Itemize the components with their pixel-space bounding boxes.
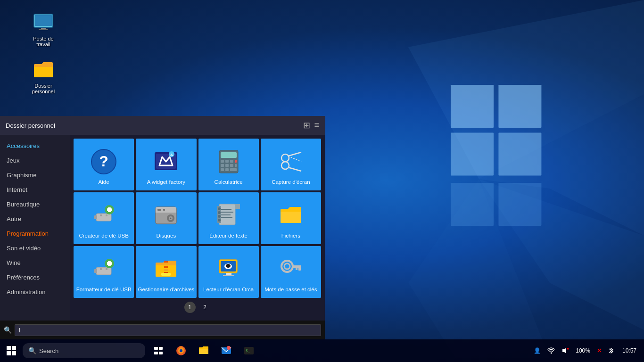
svg-rect-96 xyxy=(154,352,158,354)
start-button[interactable] xyxy=(0,339,23,362)
svg-point-63 xyxy=(218,211,221,214)
svg-rect-95 xyxy=(159,347,163,350)
svg-rect-75 xyxy=(164,266,168,268)
app-capture-ecran[interactable]: Capture d'écran xyxy=(261,139,321,190)
svg-marker-2 xyxy=(479,179,644,330)
app-calculatrice[interactable]: Calculatrice xyxy=(198,139,259,190)
page-1-button[interactable]: 1 xyxy=(184,302,196,313)
svg-rect-67 xyxy=(94,269,97,273)
tray-volume-icon[interactable] xyxy=(560,346,571,355)
grid-icon[interactable]: ⊞ xyxy=(303,120,310,131)
taskbar-search-box[interactable]: 🔍 Search xyxy=(23,343,145,358)
svg-line-38 xyxy=(288,156,301,162)
app-editeur-texte[interactable]: Éditeur de texte xyxy=(198,192,259,244)
svg-point-34 xyxy=(281,154,289,162)
menu-username: Dossier personnel xyxy=(6,122,55,129)
svg-line-37 xyxy=(288,167,301,171)
menu-body: Accessoires Jeux Graphisme Internet Bure… xyxy=(0,135,325,321)
svg-rect-49 xyxy=(157,209,161,211)
category-bureautique[interactable]: Bureautique xyxy=(0,197,70,212)
svg-rect-58 xyxy=(221,212,233,213)
svg-rect-22 xyxy=(221,152,237,158)
app-formatteur-cle[interactable]: Formatteur de clé USB xyxy=(74,246,134,298)
svg-rect-92 xyxy=(7,351,11,355)
category-preferences[interactable]: Préférences xyxy=(0,270,70,285)
app-fichiers[interactable]: Fichiers xyxy=(261,192,321,244)
svg-marker-1 xyxy=(479,94,644,236)
terminal-button[interactable]: $_ xyxy=(238,339,260,362)
svg-text:$_: $_ xyxy=(246,349,250,353)
tray-wifi-icon[interactable] xyxy=(545,346,557,355)
desktop-icon-dossier-personnel[interactable]: Dossier personnel xyxy=(25,57,62,96)
svg-point-82 xyxy=(226,264,231,268)
usb-format-icon xyxy=(90,255,118,283)
email-button[interactable] xyxy=(215,339,238,362)
svg-rect-84 xyxy=(223,275,234,276)
svg-rect-50 xyxy=(163,209,165,211)
svg-marker-3 xyxy=(408,179,550,358)
apps-grid: ? Aide xyxy=(74,139,321,298)
tray-battery-label: 100% xyxy=(574,346,592,355)
svg-rect-97 xyxy=(159,352,163,354)
task-view-button[interactable] xyxy=(147,339,170,362)
widget-label: A widget factory xyxy=(147,179,185,186)
tray-bluetooth-icon[interactable] xyxy=(606,346,616,355)
svg-rect-93 xyxy=(12,351,16,355)
firefox-button[interactable] xyxy=(170,339,192,362)
svg-rect-7 xyxy=(498,132,541,175)
svg-point-86 xyxy=(284,263,290,269)
category-graphisme[interactable]: Graphisme xyxy=(0,168,70,182)
aide-label: Aide xyxy=(99,179,109,186)
svg-rect-8 xyxy=(451,183,494,226)
svg-rect-39 xyxy=(96,214,111,221)
svg-point-64 xyxy=(218,215,221,218)
svg-rect-87 xyxy=(292,265,301,268)
monitor-icon xyxy=(32,11,55,34)
svg-rect-88 xyxy=(298,268,301,271)
file-manager-button[interactable] xyxy=(192,339,215,362)
start-menu: Dossier personnel ⊞ ≡ Accessoires Jeux G… xyxy=(0,116,325,339)
poste-travail-label: Poste de travail xyxy=(26,36,60,47)
app-disques[interactable]: Disques xyxy=(136,192,196,244)
svg-rect-4 xyxy=(451,85,494,128)
archive-label: Gestionnaire d'archives xyxy=(138,286,194,293)
desktop-icon-poste-travail[interactable]: Poste de travail xyxy=(25,9,62,49)
svg-marker-0 xyxy=(408,0,644,179)
tray-clock[interactable]: 10:57 xyxy=(619,347,640,354)
svg-rect-66 xyxy=(96,267,111,275)
svg-rect-69 xyxy=(106,268,107,270)
category-programmation[interactable]: Programmation xyxy=(0,226,70,241)
disk-icon xyxy=(152,201,180,230)
svg-point-102 xyxy=(227,346,231,350)
app-createur-cle[interactable]: Créateur de clé USB xyxy=(74,192,134,244)
tray-x-icon[interactable]: ✕ xyxy=(595,346,603,355)
svg-rect-31 xyxy=(221,168,224,171)
tray-user-icon[interactable]: 👤 xyxy=(532,346,543,355)
category-wine[interactable]: Wine xyxy=(0,255,70,270)
svg-rect-76 xyxy=(164,269,168,271)
category-son-video[interactable]: Son et vidéo xyxy=(0,241,70,255)
app-mots-de-passe[interactable]: Mots de passe et clés xyxy=(261,246,321,298)
keys-label: Mots de passe et clés xyxy=(264,286,317,293)
category-administration[interactable]: Administration xyxy=(0,285,70,299)
widget-icon: A xyxy=(152,148,180,176)
app-widget-factory[interactable]: A A widget factory xyxy=(136,139,196,190)
category-jeux[interactable]: Jeux xyxy=(0,153,70,168)
svg-rect-29 xyxy=(230,164,233,167)
menu-search-input[interactable] xyxy=(15,324,321,336)
usb-create-label: Créateur de clé USB xyxy=(79,232,128,239)
list-icon[interactable]: ≡ xyxy=(314,120,319,131)
category-autre[interactable]: Autre xyxy=(0,212,70,226)
category-internet[interactable]: Internet xyxy=(0,182,70,197)
menu-sidebar: Accessoires Jeux Graphisme Internet Bure… xyxy=(0,135,70,321)
app-gestionnaire-archives[interactable]: Gestionnaire d'archives xyxy=(136,246,196,298)
app-lecteur-orca[interactable]: Lecteur d'écran Orca xyxy=(198,246,259,298)
page-2-button[interactable]: 2 xyxy=(199,302,211,313)
disk-label: Disques xyxy=(157,232,176,239)
archive-icon xyxy=(152,255,180,283)
system-tray: 👤 100% ✕ xyxy=(528,346,644,355)
windows-logo-background xyxy=(314,0,644,358)
category-accessoires[interactable]: Accessoires xyxy=(0,139,70,153)
app-aide[interactable]: ? Aide xyxy=(74,139,134,190)
files-icon xyxy=(277,201,305,230)
